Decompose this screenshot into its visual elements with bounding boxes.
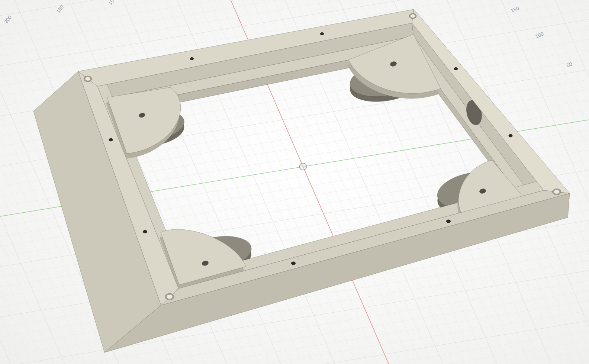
screw-hole-left-1[interactable]	[143, 230, 147, 233]
screw-hole-far-2[interactable]	[320, 32, 324, 35]
screw-hole-right-1[interactable]	[454, 67, 458, 70]
corner-screw-hole-w[interactable]	[84, 76, 92, 82]
screw-hole-far-1[interactable]	[190, 57, 194, 60]
corner-screw-hole-s[interactable]	[165, 293, 174, 300]
screw-hole-left-2[interactable]	[109, 138, 113, 141]
cad-viewport-canvas[interactable]: 200 150 100 150 100 50	[0, 0, 589, 364]
screw-hole-near-1[interactable]	[446, 220, 451, 223]
corner-screw-hole-e-center	[554, 190, 559, 194]
corner-screw-hole-n[interactable]	[409, 13, 416, 19]
corner-screw-hole-n-center	[411, 15, 415, 18]
corner-screw-hole-e[interactable]	[553, 189, 561, 195]
cad-viewport[interactable]: 200 150 100 150 100 50	[0, 0, 589, 364]
corner-screw-hole-w-center	[86, 77, 90, 81]
origin-indicator[interactable]	[300, 163, 307, 170]
screw-hole-right-2[interactable]	[509, 134, 513, 137]
corner-screw-hole-s-center	[167, 295, 173, 299]
screw-hole-near-2[interactable]	[291, 262, 296, 265]
